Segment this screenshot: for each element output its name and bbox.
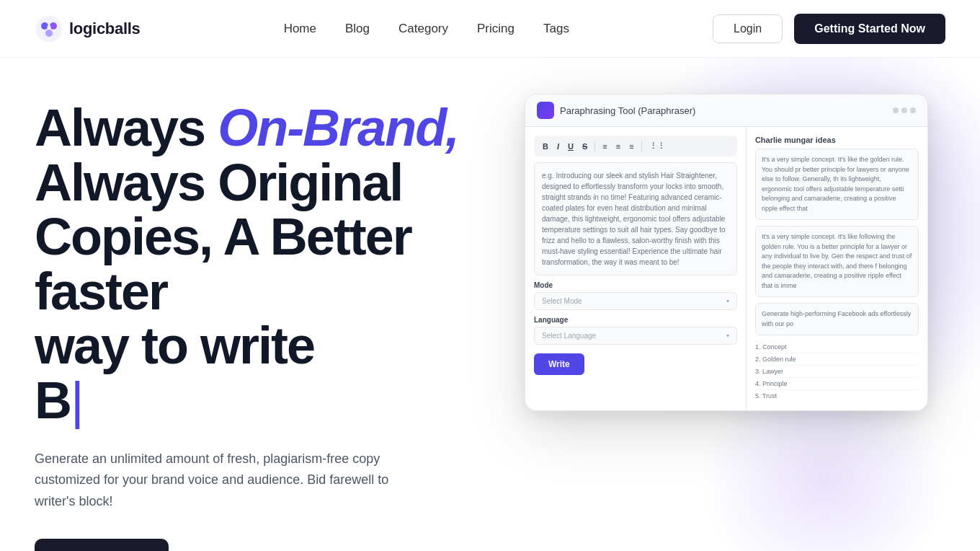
- app-body: B I U S ≡ ≡ ≡ ⋮⋮ e.g. Introducing our sl…: [525, 127, 927, 410]
- toolbar-italic[interactable]: I: [554, 141, 562, 152]
- app-dot-1: [893, 107, 899, 113]
- concept-item-1: 1. Concept: [755, 341, 919, 353]
- toolbar-bold[interactable]: B: [540, 141, 551, 152]
- navbar: logicballs Home Blog Category Pricing Ta…: [0, 0, 980, 58]
- hero-right: Paraphrasing Tool (Paraphraser) B I U S: [525, 94, 962, 411]
- logo-link[interactable]: logicballs: [35, 14, 140, 43]
- toolbar-align-left[interactable]: ≡: [600, 141, 610, 152]
- hero-subtext: Generate an unlimited amount of fresh, p…: [35, 449, 409, 513]
- app-dot-2: [901, 107, 907, 113]
- concepts-list: 1. Concept 2. Golden rule 3. Lawyer 4. P…: [755, 341, 919, 402]
- nav-item-home[interactable]: Home: [284, 22, 316, 35]
- signup-button[interactable]: Sign Up FREE: [35, 539, 169, 551]
- heading-line2: Always Original: [35, 154, 402, 211]
- toolbar-sep-1: [594, 141, 595, 151]
- nav-item-pricing[interactable]: Pricing: [477, 22, 514, 35]
- toolbar-align-right[interactable]: ≡: [626, 141, 636, 152]
- hero-left: Always On-Brand, Always Original Copies,…: [35, 101, 525, 551]
- concept-item-2: 2. Golden rule: [755, 353, 919, 366]
- language-select[interactable]: Select Language ▾: [534, 327, 737, 345]
- language-section: Language Select Language ▾: [534, 316, 737, 345]
- right-text-block-2: It's a very simple concept. It's like fo…: [755, 226, 919, 297]
- app-topbar-left: Paraphrasing Tool (Paraphraser): [537, 102, 695, 119]
- app-right-panel: Charlie mungar ideas It's a very simple …: [747, 127, 927, 410]
- svg-point-4: [47, 25, 51, 30]
- language-placeholder: Select Language: [542, 332, 596, 340]
- concept-item-4: 4. Principle: [755, 378, 919, 390]
- right-panel-name: Charlie mungar ideas: [755, 136, 919, 144]
- svg-point-3: [45, 30, 53, 37]
- logo-text: logicballs: [69, 19, 140, 38]
- app-title: Paraphrasing Tool (Paraphraser): [560, 105, 695, 116]
- toolbar: B I U S ≡ ≡ ≡ ⋮⋮: [534, 136, 737, 157]
- mode-placeholder: Select Mode: [542, 297, 582, 305]
- app-left-panel: B I U S ≡ ≡ ≡ ⋮⋮ e.g. Introducing our sl…: [525, 127, 747, 410]
- getting-started-button[interactable]: Getting Started Now: [794, 14, 945, 44]
- app-dot-3: [910, 107, 916, 113]
- logo-icon: [35, 14, 63, 43]
- write-button[interactable]: Write: [534, 353, 584, 375]
- heading-line3: Copies, A Better faster: [35, 208, 411, 320]
- heading-line4: way to write: [35, 317, 314, 374]
- app-topbar: Paraphrasing Tool (Paraphraser): [525, 94, 927, 127]
- right-text-block-1: It's a very simple concept. It's like th…: [755, 149, 919, 220]
- nav-item-category[interactable]: Category: [398, 22, 448, 35]
- hero-section: Always On-Brand, Always Original Copies,…: [0, 58, 980, 551]
- cursor-blink: |: [71, 374, 83, 428]
- app-screenshot: Paraphrasing Tool (Paraphraser) B I U S: [525, 94, 928, 411]
- mode-select[interactable]: Select Mode ▾: [534, 292, 737, 310]
- mode-arrow-icon: ▾: [726, 298, 729, 304]
- nav-links: Home Blog Category Pricing Tags: [284, 22, 569, 36]
- hero-heading: Always On-Brand, Always Original Copies,…: [35, 101, 525, 428]
- mode-label: Mode: [534, 281, 737, 289]
- login-button[interactable]: Login: [713, 14, 783, 43]
- language-label: Language: [534, 316, 737, 324]
- language-arrow-icon: ▾: [726, 332, 729, 339]
- concept-item-3: 3. Lawyer: [755, 366, 919, 378]
- toolbar-underline[interactable]: U: [565, 141, 576, 152]
- app-logo-small: [537, 102, 554, 119]
- nav-item-tags[interactable]: Tags: [543, 22, 569, 35]
- heading-letter: B: [35, 371, 71, 429]
- app-dots: [893, 107, 916, 113]
- nav-actions: Login Getting Started Now: [713, 14, 945, 44]
- text-input-content: e.g. Introducing our sleek and stylish H…: [542, 172, 726, 266]
- toolbar-align-center[interactable]: ≡: [613, 141, 623, 152]
- nav-item-blog[interactable]: Blog: [345, 22, 370, 35]
- text-input-area[interactable]: e.g. Introducing our sleek and stylish H…: [534, 162, 737, 276]
- mode-section: Mode Select Mode ▾: [534, 281, 737, 310]
- toolbar-sep-2: [641, 141, 642, 151]
- toolbar-strike[interactable]: S: [579, 141, 590, 152]
- heading-plain-1: Always: [35, 99, 218, 157]
- concept-item-5: 5. Trust: [755, 390, 919, 402]
- right-ads-block: Generate high-performing Facebook ads ef…: [755, 303, 919, 335]
- toolbar-more[interactable]: ⋮⋮: [646, 140, 668, 152]
- heading-accent: On-Brand,: [218, 99, 458, 157]
